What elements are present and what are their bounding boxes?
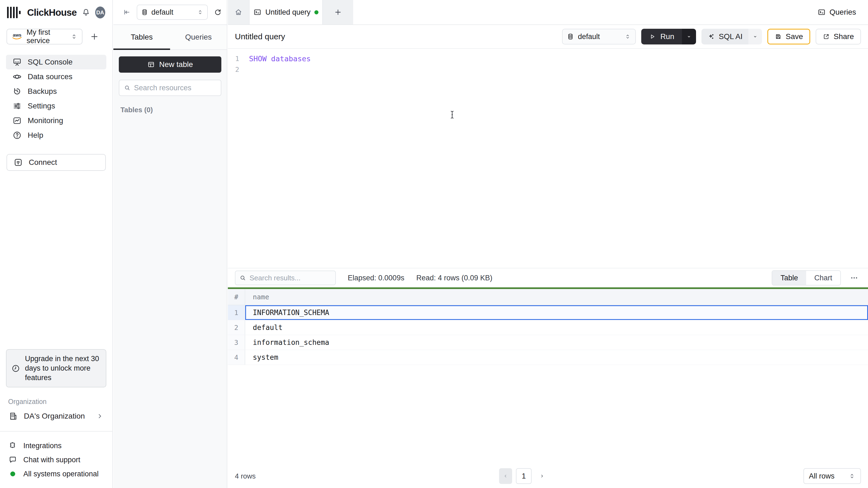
- table-row[interactable]: 2 default: [228, 320, 868, 335]
- organization-row[interactable]: DA's Organization: [3, 408, 110, 424]
- integrations-label: Integrations: [23, 442, 62, 450]
- view-table-label: Table: [780, 274, 798, 282]
- status-green-dot: [8, 471, 18, 476]
- query-toolbar: Untitled query default Run: [228, 25, 868, 49]
- row-number: 2: [228, 320, 245, 335]
- organization-section-label: Organization: [0, 395, 112, 405]
- queries-button[interactable]: Queries: [817, 0, 856, 24]
- sidebar-item-settings[interactable]: Settings: [6, 99, 106, 113]
- sidebar-footer: Integrations Chat with support All syste…: [0, 432, 112, 488]
- terminal-icon: [253, 8, 261, 16]
- tab-queries-label: Queries: [185, 33, 212, 41]
- sql-console-icon: [12, 58, 22, 67]
- connect-button[interactable]: Connect: [6, 154, 106, 171]
- save-label: Save: [785, 32, 803, 41]
- sidebar-item-label: Monitoring: [28, 116, 63, 125]
- sql-ai-button[interactable]: SQL AI: [702, 29, 749, 44]
- clock-icon: [11, 364, 20, 373]
- sql-editor[interactable]: 1 SHOW databases 2: [228, 49, 868, 268]
- page-size-select[interactable]: All rows: [803, 468, 861, 484]
- pagination: 1: [499, 464, 549, 488]
- terminal-icon: [817, 8, 826, 16]
- results-toolbar: Elapsed: 0.0009s Read: 4 rows (0.09 KB) …: [228, 268, 868, 287]
- toolbar-database-value: default: [578, 33, 621, 41]
- chevron-updown-icon: [70, 33, 78, 40]
- integrations-link[interactable]: Integrations: [8, 438, 112, 453]
- share-label: Share: [834, 32, 854, 41]
- row-value[interactable]: INFORMATION_SCHEMA: [245, 305, 868, 320]
- aws-logo-icon: aws: [11, 33, 23, 40]
- line-number: 2: [228, 66, 239, 73]
- read-stat: Read: 4 rows (0.09 KB): [416, 274, 493, 282]
- tab-untitled-query[interactable]: Untitled query: [249, 0, 323, 24]
- save-floppy-icon: [775, 33, 782, 40]
- row-number: 1: [228, 305, 245, 320]
- row-value[interactable]: system: [245, 350, 868, 365]
- puzzle-icon: [8, 442, 18, 450]
- service-select[interactable]: aws My first service: [6, 29, 83, 44]
- table-icon: [147, 61, 155, 68]
- chat-support-link[interactable]: Chat with support: [8, 453, 112, 467]
- clickhouse-logo-icon[interactable]: [7, 6, 21, 19]
- collapse-panel-icon[interactable]: [123, 8, 131, 16]
- table-row[interactable]: 1 INFORMATION_SCHEMA: [228, 305, 868, 320]
- system-status-link[interactable]: All systems operational: [8, 467, 112, 481]
- line-number: 1: [228, 55, 239, 63]
- toolbar-database-select[interactable]: default: [562, 29, 636, 44]
- upgrade-banner[interactable]: Upgrade in the next 30 days to unlock mo…: [6, 349, 106, 387]
- sparkles-icon: [707, 33, 715, 40]
- view-table-button[interactable]: Table: [772, 271, 806, 285]
- tab-tables-label: Tables: [131, 33, 153, 41]
- new-tab-button[interactable]: [323, 0, 353, 24]
- sidebar-item-monitoring[interactable]: Monitoring: [6, 113, 106, 128]
- add-service-button[interactable]: [88, 30, 101, 43]
- row-value[interactable]: default: [245, 320, 868, 335]
- database-icon: [141, 9, 148, 16]
- next-page-button[interactable]: [535, 468, 549, 484]
- sidebar-nav: SQL Console Data sources Backups Setting…: [0, 55, 112, 142]
- data-sources-icon: [12, 72, 22, 82]
- row-count-label: 4 rows: [235, 472, 256, 480]
- sidebar-item-sql-console[interactable]: SQL Console: [6, 55, 106, 69]
- resource-search-input[interactable]: [134, 84, 216, 92]
- results-search[interactable]: [235, 270, 336, 285]
- previous-page-button[interactable]: [499, 468, 512, 484]
- current-page[interactable]: 1: [516, 468, 532, 484]
- settings-sliders-icon: [12, 101, 22, 110]
- run-button[interactable]: Run: [641, 29, 682, 44]
- help-question-icon: [12, 131, 22, 140]
- new-table-button[interactable]: New table: [119, 56, 221, 73]
- home-button[interactable]: [228, 0, 249, 24]
- sidebar-item-label: Data sources: [28, 72, 72, 81]
- chevron-updown-icon: [624, 33, 631, 40]
- resource-search[interactable]: [119, 80, 221, 96]
- database-select[interactable]: default: [137, 5, 208, 20]
- resource-panel: default Tables Queries New table: [113, 0, 227, 488]
- results-search-input[interactable]: [250, 274, 332, 282]
- notifications-bell-icon[interactable]: [82, 8, 90, 17]
- share-button[interactable]: Share: [816, 29, 861, 44]
- run-button-group: Run: [641, 29, 696, 44]
- refresh-icon[interactable]: [214, 8, 222, 16]
- sql-ai-options-button[interactable]: [748, 29, 762, 44]
- view-chart-button[interactable]: Chart: [806, 271, 840, 285]
- tab-tables[interactable]: Tables: [113, 25, 170, 50]
- resource-tabs: Tables Queries: [113, 25, 227, 50]
- resource-panel-body: New table Tables (0): [113, 50, 227, 121]
- table-row[interactable]: 3 information_schema: [228, 335, 868, 350]
- tab-queries[interactable]: Queries: [170, 25, 227, 50]
- panel-topbar: default: [113, 0, 227, 25]
- sidebar-item-data-sources[interactable]: Data sources: [6, 69, 106, 84]
- table-row[interactable]: 4 system: [228, 350, 868, 365]
- run-options-button[interactable]: [682, 29, 696, 44]
- queries-button-label: Queries: [830, 8, 856, 17]
- user-avatar[interactable]: DA: [95, 6, 105, 19]
- sidebar-item-help[interactable]: Help: [6, 128, 106, 142]
- row-number: 3: [228, 335, 245, 350]
- results-more-button[interactable]: [847, 271, 861, 285]
- main-area: Untitled query Queries Untitled query de…: [228, 0, 868, 488]
- name-column-header[interactable]: name: [245, 289, 868, 305]
- row-value[interactable]: information_schema: [245, 335, 868, 350]
- sidebar-item-backups[interactable]: Backups: [6, 84, 106, 99]
- save-button[interactable]: Save: [767, 29, 810, 44]
